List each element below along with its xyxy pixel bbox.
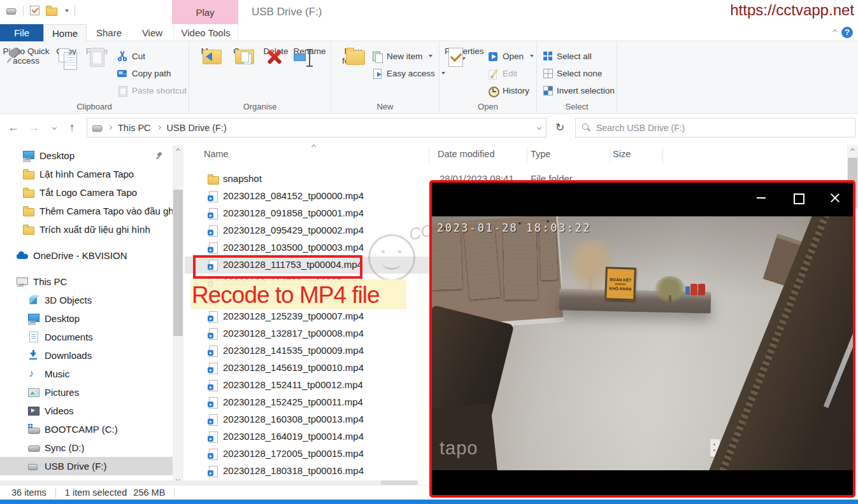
maximize-icon[interactable] bbox=[790, 190, 806, 206]
scroll-up-icon[interactable] bbox=[173, 145, 183, 156]
sidebar-item[interactable]: Desktop bbox=[0, 309, 173, 328]
breadcrumb-usb-drive[interactable]: USB Drive (F:) bbox=[166, 123, 228, 133]
sidebar-item[interactable]: Videos bbox=[0, 402, 173, 420]
mp4-icon bbox=[208, 328, 218, 339]
sidebar-list: Desktop Lật hình Camera Tapo Tắt Logo Ca… bbox=[0, 146, 173, 475]
contextual-group-play[interactable]: Play bbox=[172, 0, 238, 24]
mp4-icon bbox=[208, 242, 218, 253]
paste-shortcut-button[interactable]: Paste shortcut bbox=[117, 83, 187, 97]
search-input[interactable] bbox=[596, 123, 848, 133]
move-to-button[interactable]: Move to bbox=[197, 46, 226, 66]
column-header-size[interactable]: Size bbox=[613, 149, 631, 159]
tab-view[interactable]: View bbox=[131, 24, 173, 41]
copy-button[interactable]: Copy bbox=[52, 46, 80, 56]
sidebar-item[interactable]: 3D Objects bbox=[0, 291, 173, 309]
item-count: 36 items bbox=[11, 487, 46, 498]
horizontal-scrollbar[interactable] bbox=[0, 480, 418, 485]
edit-button[interactable]: Edit bbox=[488, 66, 517, 80]
sidebar-item[interactable]: Lật hình Camera Tapo bbox=[0, 165, 173, 183]
select-none-button[interactable]: Select none bbox=[543, 66, 602, 80]
ribbon-group-organise: Move to Copy to Delete Rename Organise bbox=[189, 42, 331, 113]
sidebar-scrollbar[interactable] bbox=[173, 145, 183, 485]
sidebar-item[interactable]: BOOTCAMP (C:) bbox=[0, 420, 173, 438]
sidebar-item[interactable]: Desktop bbox=[0, 146, 173, 165]
mp4-icon bbox=[208, 380, 218, 391]
cut-button[interactable]: Cut bbox=[117, 49, 145, 63]
refresh-icon[interactable] bbox=[552, 119, 568, 136]
ribbon-group-select: Select all Select none Invert selection … bbox=[537, 42, 617, 113]
new-item-button[interactable]: New item bbox=[372, 49, 433, 63]
sidebar-item[interactable]: Sync (D:) bbox=[0, 438, 173, 457]
rename-button[interactable]: Rename bbox=[292, 46, 327, 56]
ribbon: Pin to Quick access Copy Paste Cut Copy … bbox=[0, 42, 858, 114]
recent-locations-caret-icon[interactable] bbox=[46, 119, 62, 136]
sidebar-item[interactable]: USB Drive (F:) bbox=[0, 457, 173, 475]
invert-selection-icon bbox=[543, 86, 553, 95]
properties-button[interactable]: Properties bbox=[445, 46, 483, 60]
copy-to-button[interactable]: Copy to bbox=[229, 46, 258, 66]
sidebar-item[interactable]: OneDrive - KBVISION bbox=[0, 246, 173, 265]
search-icon bbox=[582, 123, 590, 132]
scrollbar-thumb[interactable] bbox=[173, 190, 183, 336]
tab-home[interactable]: Home bbox=[43, 24, 87, 42]
breadcrumb[interactable]: This PC USB Drive (F:) bbox=[87, 118, 547, 137]
sidebar-item[interactable]: Thêm Camera Tapo vào đầu gh bbox=[0, 202, 173, 220]
address-dropdown-icon[interactable] bbox=[537, 125, 541, 130]
column-header-date-modified[interactable]: Date modified bbox=[438, 149, 494, 159]
sidebar-item[interactable]: Downloads bbox=[0, 346, 173, 365]
delete-button[interactable]: Delete bbox=[261, 46, 291, 60]
cube-icon bbox=[28, 295, 39, 305]
folder-icon bbox=[208, 174, 218, 185]
select-all-button[interactable]: Select all bbox=[543, 49, 592, 63]
video-timestamp: 2023-01-28 18:03:22 bbox=[437, 221, 591, 234]
sidebar-item[interactable]: Music bbox=[0, 365, 173, 383]
sidebar-item[interactable]: This PC bbox=[0, 272, 173, 291]
new-folder-button[interactable]: New folder bbox=[336, 46, 369, 66]
invert-selection-button[interactable]: Invert selection bbox=[543, 83, 615, 97]
scrollbar-thumb[interactable] bbox=[381, 480, 418, 485]
edit-icon bbox=[488, 68, 499, 79]
column-header-name[interactable]: Name bbox=[204, 149, 229, 159]
group-label-open: Open bbox=[440, 102, 536, 111]
drivewin-icon bbox=[28, 424, 39, 435]
collapse-ribbon-icon[interactable] bbox=[833, 29, 837, 34]
paste-button[interactable]: Paste bbox=[82, 46, 112, 56]
close-icon[interactable] bbox=[827, 190, 843, 206]
sidebar-item[interactable]: Documents bbox=[0, 328, 173, 346]
scroll-up-icon[interactable] bbox=[847, 145, 858, 156]
properties-quick-icon[interactable] bbox=[29, 5, 40, 16]
up-icon[interactable] bbox=[64, 119, 80, 136]
annotation-text: Recode to MP4 file bbox=[192, 281, 380, 309]
bonsai-plant bbox=[655, 276, 685, 303]
help-icon[interactable] bbox=[841, 27, 853, 38]
breadcrumb-this-pc[interactable]: This PC bbox=[117, 123, 152, 133]
ribbon-group-open: Properties Open Edit History Open bbox=[440, 42, 537, 113]
navigation-pane: Desktop Lật hình Camera Tapo Tắt Logo Ca… bbox=[0, 143, 173, 485]
sidebar-item[interactable]: Pictures bbox=[0, 383, 173, 402]
forward-icon[interactable] bbox=[25, 119, 42, 136]
sort-indicator-icon bbox=[311, 144, 316, 149]
tab-video-tools[interactable]: Video Tools bbox=[173, 24, 238, 41]
tab-file[interactable]: File bbox=[0, 24, 43, 41]
search-box bbox=[575, 118, 855, 137]
copy-path-button[interactable]: Copy path bbox=[117, 66, 171, 80]
sidebar-item[interactable]: Tắt Logo Camera Tapo bbox=[0, 183, 173, 202]
history-button[interactable]: History bbox=[488, 83, 529, 97]
open-button[interactable]: Open bbox=[488, 49, 534, 63]
back-icon[interactable] bbox=[5, 119, 22, 136]
sidebar-item[interactable]: Trích xuất dữ liệu ghi hình bbox=[0, 220, 173, 239]
easy-access-button[interactable]: Easy access bbox=[372, 66, 445, 80]
column-header-type[interactable]: Type bbox=[531, 149, 550, 159]
watermark-stamp-icon bbox=[368, 234, 415, 281]
new-folder-quick-icon[interactable] bbox=[46, 5, 57, 16]
tab-share[interactable]: Share bbox=[87, 24, 131, 41]
ribbon-group-new: New folder New item Easy access New bbox=[331, 42, 440, 113]
tapo-logo: tapo bbox=[440, 438, 478, 459]
file-explorer-window: Play USB Drive (F:) https://cctvapp.net … bbox=[0, 0, 858, 504]
group-label-clipboard: Clipboard bbox=[0, 102, 189, 111]
minimize-icon[interactable] bbox=[753, 190, 769, 206]
pin-to-quick-access-button[interactable]: Pin to Quick access bbox=[3, 46, 50, 66]
framed-sign: ĐOÀN KẾT KHÓ KHĂN bbox=[604, 267, 636, 301]
selection-size: 256 MB bbox=[133, 487, 165, 498]
customize-toolbar-caret-icon[interactable] bbox=[65, 10, 69, 12]
